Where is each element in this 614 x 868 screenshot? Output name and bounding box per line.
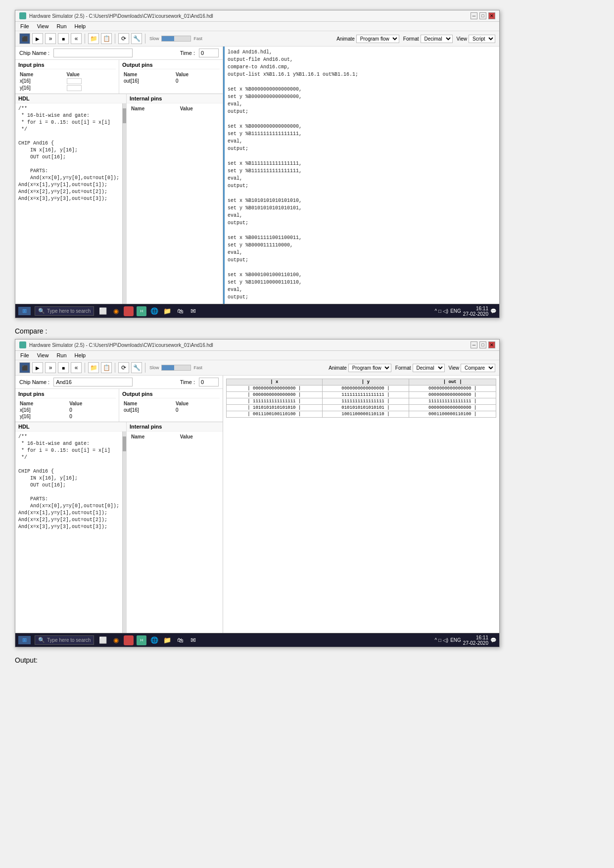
view-select-1[interactable]: Script bbox=[469, 35, 495, 43]
rewind-button-2[interactable]: « bbox=[71, 362, 82, 373]
view-select-2[interactable]: Compare bbox=[461, 364, 495, 372]
folder-button-2[interactable]: 📁 bbox=[88, 362, 99, 373]
explorer-icon-1[interactable]: 📁 bbox=[162, 306, 172, 316]
lang-indicator-2: ENG bbox=[450, 637, 461, 643]
input-col-name-1: Name bbox=[18, 71, 65, 78]
chip-icon-button-1[interactable]: ⬛ bbox=[19, 33, 30, 44]
format-label-2: Format bbox=[395, 365, 411, 371]
start-button-1[interactable]: ⊞ bbox=[18, 307, 31, 315]
menu-run-1[interactable]: Run bbox=[55, 23, 67, 30]
task-view-icon-1[interactable]: ⬜ bbox=[98, 306, 108, 316]
speed-slider-2[interactable] bbox=[161, 365, 191, 371]
cortana-icon-1[interactable]: ◉ bbox=[111, 306, 121, 316]
chip-name-input-2[interactable] bbox=[53, 378, 133, 386]
output-col-value-1: Value bbox=[174, 71, 220, 78]
start-button-2[interactable]: ⊞ bbox=[18, 636, 31, 644]
hardware-sim-taskbar-1[interactable]: H bbox=[137, 306, 146, 316]
pin-name: y[16] bbox=[18, 85, 65, 92]
pin-value[interactable] bbox=[65, 78, 116, 85]
chip-icon-button-2[interactable]: ⬛ bbox=[19, 362, 30, 373]
rewind-button-1[interactable]: « bbox=[71, 33, 82, 44]
tool-button-2[interactable]: 🔧 bbox=[131, 362, 142, 373]
browser-icon-2[interactable]: 🌐 bbox=[149, 635, 159, 645]
table-row: | 1111111111111111 | 1111111111111111 | … bbox=[227, 398, 496, 405]
play-button-2[interactable] bbox=[32, 362, 43, 373]
animate-select-1[interactable]: Program flow bbox=[356, 35, 399, 43]
menu-help-2[interactable]: Help bbox=[74, 352, 87, 359]
store-icon-1[interactable]: 🛍 bbox=[175, 306, 185, 316]
hdl-code-2[interactable]: /** * 16-bit-wise and gate: * for i = 0.… bbox=[15, 432, 122, 633]
stop-button-1[interactable] bbox=[58, 33, 69, 44]
reload-button-2[interactable]: ⟳ bbox=[118, 362, 129, 373]
fast-forward-button-1[interactable]: » bbox=[45, 33, 56, 44]
notification-icon-1[interactable]: 💬 bbox=[490, 308, 496, 314]
date-display-1: 27-02-2020 bbox=[463, 311, 488, 317]
app-icon-taskbar-1[interactable] bbox=[124, 306, 134, 316]
format-select-2[interactable]: Decimal bbox=[413, 364, 445, 372]
hdl-scrollbar-2[interactable] bbox=[122, 432, 126, 633]
chip-name-input-1[interactable] bbox=[53, 48, 133, 57]
reload-button-1[interactable]: ⟳ bbox=[118, 33, 129, 44]
stop-button-2[interactable] bbox=[58, 362, 69, 373]
pin-value[interactable] bbox=[65, 85, 116, 92]
store-icon-2[interactable]: 🛍 bbox=[175, 635, 185, 645]
hdl-scrollbar-1[interactable] bbox=[122, 103, 126, 304]
minimize-button-2[interactable]: ─ bbox=[471, 341, 477, 348]
script-button-2[interactable]: 📋 bbox=[101, 362, 112, 373]
minimize-button-1[interactable]: ─ bbox=[471, 12, 477, 19]
restore-button-2[interactable]: □ bbox=[479, 341, 486, 348]
close-button-1[interactable]: ✕ bbox=[488, 12, 495, 19]
tool-button-1[interactable]: 🔧 bbox=[131, 33, 142, 44]
chip-icon-2: ⬛ bbox=[22, 365, 28, 371]
script-button-1[interactable]: 📋 bbox=[101, 33, 112, 44]
script-editor-1[interactable]: load And16.hdl, output-file And16.out, c… bbox=[223, 47, 499, 304]
menu-file-2[interactable]: File bbox=[19, 352, 30, 359]
task-view-icon-2[interactable]: ⬜ bbox=[98, 635, 108, 645]
speed-slider-1[interactable] bbox=[161, 36, 191, 42]
notification-icon-2[interactable]: 💬 bbox=[490, 637, 496, 643]
table-row: | 0000000000000000 | 0000000000000000 | … bbox=[227, 386, 496, 392]
explorer-icon-2[interactable]: 📁 bbox=[162, 635, 172, 645]
compare-cell: 1111111111111111 | bbox=[322, 398, 409, 405]
app-icon-2 bbox=[19, 341, 26, 348]
titlebar-2: Hardware Simulator (2.5) - C:\Users\HP\D… bbox=[15, 339, 499, 351]
search-box-1[interactable]: 🔍 Type here to search bbox=[35, 306, 94, 316]
time-input-1[interactable] bbox=[199, 48, 219, 57]
hdl-scroll-thumb-2[interactable] bbox=[123, 436, 126, 451]
lang-indicator-1: ENG bbox=[450, 308, 461, 314]
animate-select-2[interactable]: Program flow bbox=[348, 364, 391, 372]
restore-button-1[interactable]: □ bbox=[479, 12, 486, 19]
pin-value: 0 bbox=[68, 407, 116, 413]
hdl-scroll-thumb-1[interactable] bbox=[123, 108, 126, 123]
play-button-1[interactable] bbox=[32, 33, 43, 44]
hardware-sim-taskbar-2[interactable]: H bbox=[137, 635, 146, 645]
stop-icon-1 bbox=[62, 35, 65, 42]
folder-button-1[interactable]: 📁 bbox=[88, 33, 99, 44]
app-icon-taskbar-2[interactable] bbox=[124, 635, 134, 645]
format-group-1: Format Decimal bbox=[403, 35, 453, 43]
input-pins-group-1: Input pins Name Value x[16] bbox=[15, 60, 119, 94]
search-box-2[interactable]: 🔍 Type here to search bbox=[35, 635, 94, 645]
titlebar-1: Hardware Simulator (2.5) - C:\Users\HP\D… bbox=[15, 10, 499, 22]
menu-view-2[interactable]: View bbox=[36, 352, 50, 359]
table-row: | 0011100100110100 | 1001100000110110 | … bbox=[227, 411, 496, 418]
cortana-icon-2[interactable]: ◉ bbox=[111, 635, 121, 645]
hdl-code-1[interactable]: /** * 16-bit-wise and gate: * for i = 0.… bbox=[15, 103, 122, 304]
mail-icon-1[interactable]: ✉ bbox=[188, 306, 198, 316]
format-select-1[interactable]: Decimal bbox=[421, 35, 453, 43]
menu-file-1[interactable]: File bbox=[19, 23, 30, 30]
compare-cell: 0000000000000000 | bbox=[409, 405, 496, 411]
fast-forward-button-2[interactable]: » bbox=[45, 362, 56, 373]
time-input-2[interactable] bbox=[199, 378, 219, 386]
close-button-2[interactable]: ✕ bbox=[488, 341, 495, 348]
menu-help-1[interactable]: Help bbox=[74, 23, 87, 30]
menu-run-2[interactable]: Run bbox=[55, 352, 67, 359]
int-col-value-2: Value bbox=[179, 434, 226, 440]
browser-icon-1[interactable]: 🌐 bbox=[149, 306, 159, 316]
window-controls-2: ─ □ ✕ bbox=[471, 341, 495, 348]
system-tray-1: ^ □ ◁) bbox=[435, 308, 449, 314]
view-label-1: View bbox=[457, 36, 468, 42]
mail-icon-2[interactable]: ✉ bbox=[188, 635, 198, 645]
output-pins-group-2: Output pins Name Value out[16] bbox=[119, 389, 223, 422]
menu-view-1[interactable]: View bbox=[36, 23, 50, 30]
